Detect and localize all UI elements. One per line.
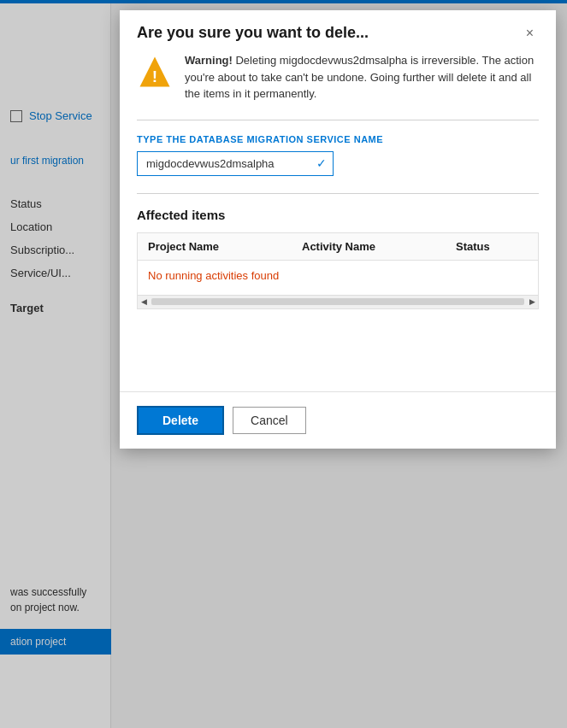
scroll-left-arrow[interactable]: ◀ — [138, 295, 150, 308]
horizontal-scrollbar[interactable]: ◀ ▶ — [138, 295, 538, 308]
dialog-footer: Delete Cancel — [120, 391, 556, 449]
scroll-track[interactable] — [151, 298, 524, 305]
cancel-button[interactable]: Cancel — [233, 407, 306, 434]
warning-text: Warning! Deleting migdocdevwus2dmsalpha … — [185, 52, 539, 103]
divider-2 — [137, 193, 539, 194]
col-project-name: Project Name — [138, 240, 292, 253]
delete-button[interactable]: Delete — [137, 406, 224, 435]
table-header-row: Project Name Activity Name Status — [138, 233, 538, 261]
dialog-title: Are you sure you want to dele... — [137, 24, 369, 42]
service-name-input[interactable] — [137, 151, 334, 176]
checkmark-icon: ✓ — [316, 156, 327, 170]
dialog-header: Are you sure you want to dele... × — [120, 10, 556, 52]
type-label: TYPE THE DATABASE MIGRATION SERVICE NAME — [137, 134, 539, 144]
warning-triangle-icon: ! — [137, 54, 173, 90]
divider-1 — [137, 120, 539, 120]
close-icon[interactable]: × — [521, 25, 539, 42]
warning-section: ! Warning! Deleting migdocdevwus2dmsalph… — [137, 52, 539, 103]
table-body: No running activities found — [138, 261, 538, 295]
input-wrapper: ✓ — [137, 151, 334, 176]
affected-items-title: Affected items — [137, 208, 539, 222]
affected-items-table: Project Name Activity Name Status No run… — [137, 232, 539, 309]
no-activities-text: No running activities found — [148, 269, 279, 282]
scroll-right-arrow[interactable]: ▶ — [526, 295, 538, 308]
col-status: Status — [446, 240, 531, 253]
delete-dialog: Are you sure you want to dele... × ! War… — [120, 10, 556, 449]
dialog-body: ! Warning! Deleting migdocdevwus2dmsalph… — [120, 52, 556, 323]
col-activity-name: Activity Name — [292, 240, 446, 253]
svg-text:!: ! — [152, 68, 157, 85]
